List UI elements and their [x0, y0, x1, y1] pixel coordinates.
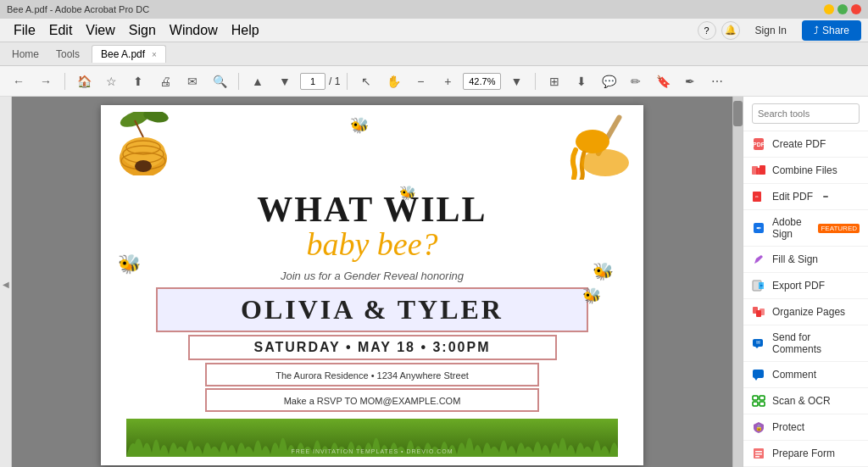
- combine-files-label: Combine Files: [772, 164, 837, 176]
- tool-comment[interactable]: Comment: [743, 362, 868, 388]
- toolbar-sep-2: [238, 73, 239, 90]
- menu-edit[interactable]: Edit: [42, 21, 80, 40]
- combine-files-icon: [752, 164, 765, 177]
- tool-fill-sign[interactable]: Fill & Sign: [743, 247, 868, 273]
- organize-pages-icon: [752, 305, 765, 319]
- tool-adobe-sign[interactable]: ✒ Adobe Sign FEATURED: [743, 210, 868, 247]
- page-number-input[interactable]: [300, 73, 326, 90]
- fill-sign-icon: [752, 253, 765, 266]
- menu-window[interactable]: Window: [163, 21, 225, 40]
- featured-badge: FEATURED: [818, 224, 860, 233]
- zoom-in-button[interactable]: +: [436, 69, 459, 93]
- cursor-tool[interactable]: ↖: [354, 69, 378, 93]
- menu-file[interactable]: File: [7, 21, 42, 40]
- header-actions: ? 🔔 Sign In ⤴ Share: [691, 20, 868, 41]
- tab-close-button[interactable]: ×: [152, 50, 157, 59]
- search-tools-input[interactable]: [752, 103, 860, 124]
- tool-protect[interactable]: 🔒 Protect: [743, 414, 868, 441]
- svg-rect-24: [756, 310, 761, 317]
- menu-sign[interactable]: Sign: [122, 21, 163, 40]
- help-button[interactable]: ?: [698, 21, 716, 40]
- scroll-button[interactable]: ⬇: [570, 69, 593, 93]
- baby-bee-text: baby bee?: [126, 227, 618, 263]
- window-controls: [824, 4, 861, 14]
- tab-bee-pdf[interactable]: Bee A.pdf ×: [92, 45, 166, 63]
- fill-sign-label: Fill & Sign: [772, 253, 818, 265]
- view-options-button[interactable]: ⊞: [542, 69, 566, 93]
- toolbar: ← → 🏠 ☆ ⬆ 🖨 ✉ 🔍 ▲ ▼ / 1 ↖ ✋ − + ▼ ⊞ ⬇ 💬 …: [0, 66, 868, 97]
- share-label: Share: [822, 25, 849, 36]
- email-button[interactable]: ✉: [181, 69, 204, 93]
- tool-scan-ocr[interactable]: Scan & OCR: [743, 388, 868, 414]
- tab-tools[interactable]: Tools: [51, 47, 85, 62]
- more-toolbar-button[interactable]: ⋯: [705, 69, 729, 93]
- edit-badge: [823, 196, 828, 197]
- create-pdf-label: Create PDF: [772, 138, 826, 150]
- right-panel: PDF Create PDF Combine Files ✏ Edit PDF: [743, 97, 868, 467]
- tab-home[interactable]: Home: [7, 47, 44, 62]
- tool-organize-pages[interactable]: Organize Pages: [743, 299, 868, 325]
- toolbar-sep-1: [64, 73, 65, 90]
- svg-rect-28: [753, 396, 758, 400]
- tool-combine-files[interactable]: Combine Files: [743, 158, 868, 184]
- share-icon: ⤴: [814, 25, 819, 36]
- tool-create-pdf[interactable]: PDF Create PDF: [743, 131, 868, 158]
- vertical-scrollbar[interactable]: [732, 97, 743, 467]
- home-button[interactable]: 🏠: [72, 69, 96, 93]
- edit-toolbar-button[interactable]: ✏: [624, 69, 648, 93]
- tool-edit-pdf[interactable]: ✏ Edit PDF: [743, 184, 868, 210]
- svg-text:✉: ✉: [756, 340, 760, 345]
- tool-prepare-form[interactable]: Prepare Form: [743, 441, 868, 467]
- svg-text:✒: ✒: [756, 225, 762, 232]
- location-text: The Aurora Residence • 1234 Anywhere Str…: [275, 370, 469, 381]
- bee-lower-right: 🐝: [593, 261, 614, 281]
- svg-rect-16: [760, 165, 765, 175]
- next-page-button[interactable]: ▼: [273, 69, 297, 93]
- svg-point-11: [581, 149, 629, 176]
- sign-toolbar-button[interactable]: ✒: [678, 69, 702, 93]
- prev-page-button[interactable]: ▲: [246, 69, 270, 93]
- zoom-input[interactable]: [463, 73, 501, 90]
- svg-rect-35: [755, 453, 762, 455]
- edit-pdf-icon: ✏: [752, 190, 765, 203]
- bookmark-button[interactable]: ☆: [99, 69, 123, 93]
- forward-button[interactable]: →: [34, 69, 58, 93]
- send-comments-label: Send for Comments: [772, 331, 860, 355]
- menu-help[interactable]: Help: [225, 21, 266, 40]
- svg-point-8: [135, 160, 152, 172]
- zoom-dropdown-button[interactable]: ▼: [504, 69, 528, 93]
- search-button[interactable]: 🔍: [208, 69, 231, 93]
- minimize-button[interactable]: [824, 4, 834, 14]
- upload-button[interactable]: ⬆: [126, 69, 150, 93]
- svg-point-1: [142, 112, 170, 124]
- footer-text: FREE INVITATION TEMPLATES • DREVIO.COM: [291, 448, 453, 454]
- organize-pages-label: Organize Pages: [772, 306, 845, 318]
- svg-text:PDF: PDF: [753, 142, 765, 147]
- rsvp-box: Make a RSVP TO MOM@EXAMPLE.COM: [205, 388, 539, 412]
- scan-ocr-icon: [752, 394, 765, 408]
- what-will-text: WHAT WILL: [126, 192, 618, 227]
- tool-export-pdf[interactable]: Export PDF: [743, 273, 868, 299]
- protect-label: Protect: [772, 421, 804, 433]
- pan-tool[interactable]: ✋: [381, 69, 405, 93]
- maximize-button[interactable]: [837, 4, 848, 14]
- location-box: The Aurora Residence • 1234 Anywhere Str…: [205, 363, 539, 386]
- send-comments-icon: ✉: [752, 336, 765, 350]
- date-text: SATURDAY • MAY 18 • 3:00PM: [254, 340, 491, 354]
- notify-button[interactable]: 🔔: [721, 21, 740, 40]
- menu-view[interactable]: View: [79, 21, 121, 40]
- left-panel-toggle[interactable]: ◀: [0, 97, 12, 467]
- svg-text:🔒: 🔒: [755, 424, 763, 431]
- share-button[interactable]: ⤴ Share: [802, 20, 861, 41]
- signin-button[interactable]: Sign In: [745, 21, 797, 40]
- date-box: SATURDAY • MAY 18 • 3:00PM: [188, 335, 557, 360]
- name-box: OLIVIA & TYLER: [156, 287, 588, 332]
- svg-rect-34: [755, 451, 762, 453]
- zoom-out-button[interactable]: −: [409, 69, 432, 93]
- print-button[interactable]: 🖨: [153, 69, 177, 93]
- close-button[interactable]: [851, 4, 861, 14]
- tool-send-comments[interactable]: ✉ Send for Comments: [743, 325, 868, 362]
- back-button[interactable]: ←: [7, 69, 31, 93]
- stamp-button[interactable]: 🔖: [651, 69, 675, 93]
- comment-toolbar-button[interactable]: 💬: [597, 69, 620, 93]
